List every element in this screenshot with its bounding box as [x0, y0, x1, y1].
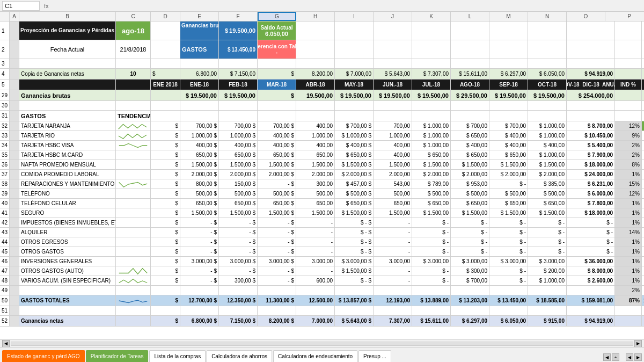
tab-bar: Estado de gananc y pérd AGO Planificador…	[0, 347, 644, 362]
list-item: OTROS GASTOS (AUTO)	[19, 266, 116, 276]
table-row: 46 INVERSIONES GENERALES $ 3.000,00 $ 3.…	[0, 257, 644, 266]
row-1: 1 Proyección de Ganancias y Pérdidas ago…	[0, 21, 644, 40]
sparkline-rio	[116, 131, 151, 141]
table-row: 43 ALQUILER $ - $ - $ - $ - $ - $ - $ - …	[0, 228, 644, 237]
col-header-g: G	[258, 12, 296, 21]
formula-bar: fx	[0, 0, 644, 12]
cell-ganancias-brutas-label: Ganancias brutas	[19, 90, 116, 101]
list-item: TARJETA HSBC M.CARD	[19, 150, 116, 160]
table-row: 33 TARJETA RIO $ 1.000,00 $ 1.000,00 $ 4…	[0, 131, 644, 141]
cell-m1	[451, 21, 489, 40]
e-pct-header: E %	[642, 79, 644, 90]
cell-gastos-totales: GASTOS TOTALES	[19, 295, 116, 306]
table-row: 47 OTROS GASTOS (AUTO) $ - $ - $ - $ - $…	[0, 266, 644, 276]
cell-diferencia: Diferencia con Tabla -	[258, 40, 296, 59]
row-29: 29 Ganancias brutas $ 19.500,00 $ 19.500…	[0, 90, 644, 101]
cell-gastos-value: $ 13.450,00	[219, 40, 258, 59]
col-header-rownum	[0, 12, 10, 21]
cell-a1	[10, 21, 19, 40]
cell-n2	[489, 40, 528, 59]
row-51: 51	[0, 306, 644, 316]
row-num-1: 1	[0, 21, 10, 40]
col-header-j: J	[374, 12, 412, 21]
cell-fecha-label: Fecha Actual	[19, 40, 116, 59]
month-header-9: OCT-18	[528, 79, 567, 90]
sparkline-naranja	[116, 121, 151, 131]
tab-planificador[interactable]: Planificador de Tareas	[86, 350, 149, 362]
cell-m2	[451, 40, 489, 59]
list-item: IMPUESTOS (BIENES INMUEBLES, ETC.)	[19, 218, 116, 228]
list-item: SEGURO	[19, 208, 116, 218]
cell-k2	[374, 40, 412, 59]
row-31: 31 GASTOS TENDENCIA	[0, 111, 644, 121]
table-row: 39 TELÉFONO $ 500,00 $ 500,00 $ 500,00 $…	[0, 189, 644, 199]
month-header-3: ABR-18	[296, 79, 335, 90]
tab-nav-left[interactable]: ◀	[626, 353, 633, 361]
row-num-29: 29	[0, 90, 10, 101]
cell-p2	[567, 40, 615, 59]
col-header-a: A	[10, 12, 19, 21]
row-num-3: 3	[0, 59, 10, 69]
col-header-k: K	[412, 12, 451, 21]
cell-q1	[615, 21, 642, 40]
tab-calculadora-endeudamiento[interactable]: Calculadora de endeudamiento	[273, 350, 357, 362]
row-3: 3	[0, 59, 644, 69]
list-item: TELÉFONO	[19, 189, 116, 199]
col-header-c: C	[116, 12, 151, 21]
table-row: 37 COMIDA PROMEDIO LABORAL $ 2.000,00 $ …	[0, 170, 644, 179]
tab-presup[interactable]: Presup ...	[358, 350, 391, 362]
list-item: VARIOS ACUM. (SIN ESPECIFICAR)	[19, 276, 116, 286]
list-item: TARJETA HSBC VISA	[19, 141, 116, 150]
cell-reference[interactable]	[2, 1, 40, 11]
scroll-right-btn[interactable]: ▶	[634, 340, 642, 347]
cell-q2	[615, 40, 642, 59]
cell-a2	[10, 40, 19, 59]
col-header-i: I	[335, 12, 374, 21]
tab-nav-right[interactable]: ▶	[634, 353, 642, 361]
cell-l1	[412, 21, 451, 40]
column-headers: A B C D E F G H I J K L M N O P Q R	[0, 12, 644, 21]
tab-estado-gananc[interactable]: Estado de gananc y pérd AGO	[2, 350, 85, 362]
month-header-7: AGO-18	[451, 79, 489, 90]
scroll-track[interactable]	[11, 342, 633, 346]
month-header-2: MAR-18	[258, 79, 296, 90]
row-49: 49 2%	[0, 286, 644, 295]
cell-fecha-valor: 21/8/2018	[116, 40, 151, 59]
month-header-1: FEB-18	[219, 79, 258, 90]
table-row: 42 IMPUESTOS (BIENES INMUEBLES, ETC.) $ …	[0, 218, 644, 228]
row-2: 2 Fecha Actual 21/8/2018 GASTOS $ 13.450…	[0, 40, 644, 59]
row-gastos-totales: 50 GASTOS TOTALES $ 12.700,00 $ 12.350,0…	[0, 295, 644, 306]
cell-gastos-section: GASTOS	[19, 111, 116, 121]
cell-date: ago-18	[116, 21, 151, 40]
col-header-n: N	[528, 12, 567, 21]
cell-r2	[642, 40, 644, 59]
col-header-h: H	[296, 12, 335, 21]
list-item: TARJETA NARANJA	[19, 121, 116, 131]
cell-l2	[412, 40, 451, 59]
tab-lista-compras[interactable]: Lista de la compras	[149, 350, 206, 362]
cell-ganancias-netas-label: Ganancias netas	[19, 316, 116, 327]
month-header-8: SEP-18	[489, 79, 528, 90]
grid: 1 Proyección de Ganancias y Pérdidas ago…	[0, 21, 644, 327]
tab-calculadora-ahorros[interactable]: Calculadora de ahorros	[207, 350, 272, 362]
month-header-6: JUL-18	[412, 79, 451, 90]
table-row: 32 TARJETA NARANJA $ 700,00 $ 700,00 $ 7…	[0, 121, 644, 131]
table-row: 44 OTROS EGRESOS $ - $ - $ - $ - $ - $ -…	[0, 237, 644, 247]
tab-scroll-left[interactable]: ◀	[603, 353, 611, 361]
row-30: 30	[0, 101, 644, 111]
row-num-4: 4	[0, 69, 10, 79]
grid-scroll: 1 Proyección de Ganancias y Pérdidas ago…	[0, 21, 644, 339]
cell-n1	[489, 21, 528, 40]
list-item: TELÉFONO CELULAR	[19, 199, 116, 208]
list-item: NAFTA PROMEDIO MENSUAL	[19, 160, 116, 170]
list-item: ALQUILER	[19, 228, 116, 237]
list-item: REPARACIONES Y MANTENIMIENTO	[19, 179, 116, 189]
month-header-0: ENE-18	[180, 79, 219, 90]
table-row: 36 NAFTA PROMEDIO MENSUAL $ 1.500,00 $ 1…	[0, 160, 644, 170]
row-num-5: 5	[0, 79, 10, 90]
tab-controls: ◀ + ◀ ▶	[603, 353, 644, 362]
tab-add-btn[interactable]: +	[612, 353, 619, 361]
scroll-left-btn[interactable]: ◀	[2, 340, 10, 347]
list-item: COMIDA PROMEDIO LABORAL	[19, 170, 116, 179]
cell-o2	[528, 40, 567, 59]
